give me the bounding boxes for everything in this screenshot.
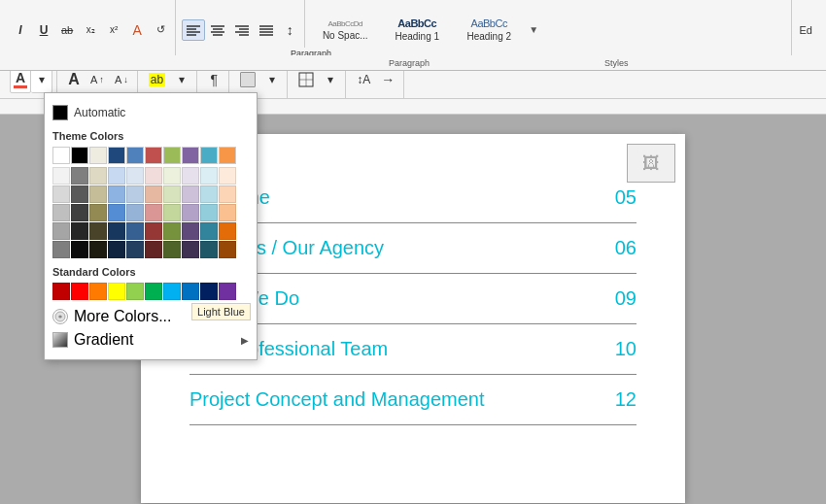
shade-swatch-7-3[interactable]: [182, 204, 199, 221]
shading-button[interactable]: [235, 68, 260, 91]
standard-color-swatch-6[interactable]: [163, 283, 181, 300]
theme-color-swatch-7[interactable]: [182, 147, 199, 164]
shade-swatch-5-1[interactable]: [145, 167, 162, 185]
theme-color-swatch-8[interactable]: [200, 147, 218, 164]
standard-color-swatch-7[interactable]: [182, 283, 199, 300]
shade-swatch-9-3[interactable]: [219, 204, 236, 221]
highlight-button[interactable]: ab: [144, 68, 170, 91]
theme-color-swatch-5[interactable]: [145, 147, 162, 164]
clear-format-button[interactable]: ↺: [150, 19, 171, 41]
font-size-large-button[interactable]: A: [63, 68, 85, 91]
shade-swatch-5-4[interactable]: [145, 222, 162, 240]
subscript-button[interactable]: x₂: [80, 19, 101, 41]
font-size-down-button[interactable]: A↓: [110, 68, 133, 91]
borders-button[interactable]: [293, 68, 319, 91]
borders-dropdown[interactable]: ▾: [320, 68, 341, 91]
shade-swatch-6-4[interactable]: [163, 222, 181, 240]
shading-dropdown[interactable]: ▾: [261, 68, 283, 91]
standard-color-swatch-1[interactable]: [71, 283, 88, 300]
shade-swatch-6-3[interactable]: [163, 204, 181, 221]
shade-swatch-5-3[interactable]: [145, 204, 162, 221]
shade-swatch-1-1[interactable]: [71, 167, 88, 185]
shade-swatch-3-3[interactable]: [108, 204, 125, 221]
sort-button[interactable]: ↕A: [352, 68, 375, 91]
shade-swatch-0-4[interactable]: [52, 222, 70, 240]
shade-swatch-9-2[interactable]: [219, 185, 236, 203]
standard-color-swatch-3[interactable]: [108, 283, 125, 300]
shade-swatch-7-1[interactable]: [182, 167, 199, 185]
indent-button[interactable]: →: [376, 68, 399, 91]
theme-color-swatch-6[interactable]: [163, 147, 181, 164]
highlight-dropdown[interactable]: ▾: [171, 68, 192, 91]
strikethrough-button[interactable]: ab: [56, 19, 78, 41]
theme-color-swatch-2[interactable]: [89, 147, 107, 164]
shade-swatch-3-4[interactable]: [108, 222, 125, 240]
styles-chevron[interactable]: ▼: [527, 6, 540, 54]
line-spacing-button[interactable]: ↕: [279, 19, 300, 41]
shade-swatch-4-2[interactable]: [126, 185, 144, 203]
align-center-button[interactable]: [206, 19, 229, 41]
theme-color-swatch-3[interactable]: [108, 147, 125, 164]
style-heading2[interactable]: AaBbCc Heading 2: [455, 6, 523, 54]
standard-color-swatch-0[interactable]: [52, 283, 70, 300]
shade-swatch-8-3[interactable]: [200, 204, 218, 221]
shade-swatch-3-2[interactable]: [108, 185, 125, 203]
shade-swatch-6-1[interactable]: [163, 167, 181, 185]
shade-swatch-1-3[interactable]: [71, 204, 88, 221]
shade-swatch-8-1[interactable]: [200, 167, 218, 185]
shade-swatch-7-5[interactable]: [182, 241, 199, 258]
shade-swatch-7-4[interactable]: [182, 222, 199, 240]
style-no-spacing[interactable]: AaBbCcDd No Spac...: [311, 6, 379, 54]
shade-swatch-4-1[interactable]: [126, 167, 144, 185]
shade-swatch-6-5[interactable]: [163, 241, 181, 258]
underline-button[interactable]: U: [33, 19, 54, 41]
shade-swatch-0-5[interactable]: [52, 241, 70, 258]
gradient-option[interactable]: Gradient ▶: [52, 328, 249, 352]
font-size-up-button[interactable]: A↑: [86, 68, 109, 91]
shade-swatch-2-5[interactable]: [89, 241, 107, 258]
theme-color-swatch-4[interactable]: [126, 147, 144, 164]
shade-swatch-5-2[interactable]: [145, 185, 162, 203]
standard-color-swatch-2[interactable]: [89, 283, 107, 300]
shade-swatch-8-2[interactable]: [200, 185, 218, 203]
standard-color-swatch-8[interactable]: [200, 283, 218, 300]
shade-swatch-0-1[interactable]: [52, 167, 70, 185]
more-colors-option[interactable]: More Colors... Light Blue: [52, 305, 249, 328]
shade-swatch-2-1[interactable]: [89, 167, 107, 185]
standard-color-swatch-4[interactable]: [126, 283, 144, 300]
shade-swatch-2-3[interactable]: [89, 204, 107, 221]
shade-swatch-8-4[interactable]: [200, 222, 218, 240]
shade-swatch-3-5[interactable]: [108, 241, 125, 258]
standard-color-swatch-9[interactable]: [219, 283, 236, 300]
standard-color-swatch-5[interactable]: [145, 283, 162, 300]
align-right-button[interactable]: [230, 19, 254, 41]
shade-swatch-3-1[interactable]: [108, 167, 125, 185]
shade-swatch-7-2[interactable]: [182, 185, 199, 203]
shade-swatch-8-5[interactable]: [200, 241, 218, 258]
italic-button[interactable]: I: [10, 19, 31, 41]
shade-swatch-1-4[interactable]: [71, 222, 88, 240]
shade-swatch-9-5[interactable]: [219, 241, 236, 258]
justify-button[interactable]: [255, 19, 278, 41]
superscript-button[interactable]: x²: [103, 19, 124, 41]
shade-swatch-1-5[interactable]: [71, 241, 88, 258]
shade-swatch-4-4[interactable]: [126, 222, 144, 240]
shade-swatch-4-3[interactable]: [126, 204, 144, 221]
theme-color-swatch-9[interactable]: [219, 147, 236, 164]
theme-color-swatch-1[interactable]: [71, 147, 88, 164]
align-left-button[interactable]: [182, 19, 205, 41]
automatic-color-option[interactable]: Automatic: [52, 101, 249, 128]
shade-swatch-0-2[interactable]: [52, 185, 70, 203]
shade-swatch-9-4[interactable]: [219, 222, 236, 240]
text-effects-button[interactable]: A: [126, 19, 148, 41]
shade-swatch-2-4[interactable]: [89, 222, 107, 240]
shade-swatch-0-3[interactable]: [52, 204, 70, 221]
style-heading1[interactable]: AaBbCc Heading 1: [383, 6, 451, 54]
shade-swatch-6-2[interactable]: [163, 185, 181, 203]
shade-swatch-5-5[interactable]: [145, 241, 162, 258]
theme-color-swatch-0[interactable]: [52, 147, 70, 164]
paragraph-mark-button[interactable]: ¶: [203, 68, 224, 91]
shade-swatch-2-2[interactable]: [89, 185, 107, 203]
shade-swatch-9-1[interactable]: [219, 167, 236, 185]
shade-swatch-4-5[interactable]: [126, 241, 144, 258]
